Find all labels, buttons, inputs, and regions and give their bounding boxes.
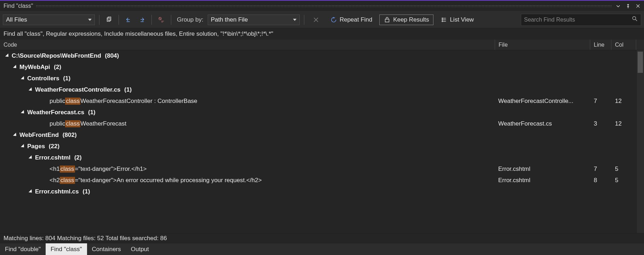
svg-rect-12	[385, 19, 389, 22]
search-summary: Find all "class", Regular expressions, I…	[0, 28, 644, 40]
result-line: 8	[590, 177, 611, 184]
match-highlight: class	[65, 98, 80, 105]
expand-icon[interactable]	[21, 76, 25, 81]
svg-line-9	[159, 17, 161, 19]
expand-icon[interactable]	[21, 110, 25, 115]
svg-rect-2	[107, 18, 110, 21]
bottom-tabs: Find "double" Find "class" Containers Ou…	[0, 243, 644, 255]
result-row[interactable]: <h2 class="text-danger">An error occurre…	[0, 175, 636, 186]
tab-find-double[interactable]: Find "double"	[0, 243, 46, 255]
column-scroll-gutter	[636, 40, 644, 50]
tab-output[interactable]: Output	[126, 243, 154, 255]
results-tree[interactable]: C:\Source\Repos\WebFrontEnd (804) MyWebA…	[0, 50, 636, 233]
copy-icon[interactable]	[104, 15, 114, 25]
column-line[interactable]: Line	[590, 40, 611, 50]
svg-point-17	[633, 17, 636, 20]
column-code[interactable]: Code	[0, 40, 495, 50]
window-title: Find "class"	[4, 3, 33, 9]
separator	[99, 15, 99, 25]
titlebar-grip[interactable]	[36, 5, 611, 7]
expand-icon[interactable]	[29, 87, 33, 92]
keep-results-button[interactable]: Keep Results	[379, 15, 433, 25]
chevron-down-icon	[293, 19, 297, 21]
cancel-search-icon	[309, 15, 323, 25]
close-icon[interactable]	[634, 2, 642, 10]
vertical-scrollbar[interactable]	[636, 50, 644, 233]
search-results-box[interactable]	[521, 14, 641, 26]
group-row[interactable]: Error.cshtml (2)	[0, 152, 636, 163]
search-input[interactable]	[524, 17, 632, 23]
expand-icon[interactable]	[21, 144, 25, 149]
group-row[interactable]: Error.cshtml.cs (1)	[0, 186, 636, 197]
chevron-down-icon	[88, 19, 92, 21]
result-file: WeatherForecastControlle...	[495, 98, 590, 105]
separator	[119, 15, 119, 25]
find-results-window: Find "class" All Files	[0, 0, 644, 255]
previous-result-icon[interactable]	[123, 15, 134, 25]
expand-icon[interactable]	[13, 65, 18, 69]
group-row[interactable]: MyWebApi (2)	[0, 62, 636, 73]
repeat-find-label: Repeat Find	[340, 16, 373, 23]
group-row[interactable]: WebFrontEnd (802)	[0, 129, 636, 141]
match-highlight: class	[60, 177, 75, 184]
result-col: 12	[611, 98, 636, 105]
group-row[interactable]: Controllers (1)	[0, 73, 636, 84]
separator	[171, 15, 171, 25]
expand-icon[interactable]	[13, 133, 18, 137]
column-file[interactable]: File	[495, 40, 590, 50]
status-bar: Matching lines: 804 Matching files: 52 T…	[0, 233, 644, 243]
search-icon[interactable]	[632, 16, 638, 24]
result-file: Error.cshtml	[495, 166, 590, 173]
result-row[interactable]: public class WeatherForecast WeatherFore…	[0, 118, 636, 129]
column-col[interactable]: Col	[611, 40, 636, 50]
result-col: 12	[611, 120, 636, 127]
match-highlight: class	[65, 120, 80, 127]
repeat-find-button[interactable]: Repeat Find	[326, 15, 377, 25]
match-highlight: class	[60, 166, 75, 173]
list-view-label: List View	[450, 16, 474, 23]
group-by-label: Group by:	[176, 16, 205, 23]
result-col: 5	[611, 166, 636, 173]
result-line: 7	[590, 98, 611, 105]
separator	[304, 15, 304, 25]
group-by-dropdown[interactable]: Path then File	[208, 15, 300, 25]
svg-rect-3	[108, 17, 111, 20]
clear-filters-icon[interactable]	[156, 15, 167, 25]
result-line: 7	[590, 166, 611, 173]
expand-icon[interactable]	[29, 189, 33, 194]
result-col: 5	[611, 177, 636, 184]
result-row[interactable]: public class WeatherForecastController :…	[0, 95, 636, 107]
separator	[151, 15, 152, 25]
expand-icon[interactable]	[29, 155, 33, 160]
keep-results-label: Keep Results	[393, 16, 429, 23]
window-controls	[614, 2, 642, 10]
result-line: 3	[590, 120, 611, 127]
pin-icon[interactable]	[624, 2, 632, 10]
scope-dropdown-label: All Files	[6, 16, 27, 23]
titlebar: Find "class"	[0, 1, 644, 11]
tab-containers[interactable]: Containers	[87, 243, 126, 255]
results-column-header: Code File Line Col	[0, 40, 644, 50]
tab-find-class[interactable]: Find "class"	[46, 243, 87, 255]
results-area: C:\Source\Repos\WebFrontEnd (804) MyWebA…	[0, 50, 644, 233]
svg-line-18	[636, 19, 637, 21]
group-row[interactable]: WeatherForecast.cs (1)	[0, 107, 636, 118]
scope-dropdown[interactable]: All Files	[3, 15, 95, 25]
group-row[interactable]: C:\Source\Repos\WebFrontEnd (804)	[0, 50, 636, 62]
list-view-button[interactable]: List View	[436, 15, 478, 25]
toolbar: All Files Group by: Path then File	[0, 11, 644, 28]
result-row[interactable]: <h1 class="text-danger">Error.</h1> Erro…	[0, 163, 636, 175]
group-row[interactable]: Pages (22)	[0, 141, 636, 152]
scrollbar-thumb[interactable]	[638, 52, 643, 73]
expand-icon[interactable]	[5, 53, 10, 58]
result-file: Error.cshtml	[495, 177, 590, 184]
window-options-icon[interactable]	[614, 2, 622, 10]
next-result-icon[interactable]	[137, 15, 147, 25]
result-file: WeatherForecast.cs	[495, 120, 590, 127]
group-by-value: Path then File	[211, 16, 248, 23]
group-row[interactable]: WeatherForecastController.cs (1)	[0, 84, 636, 95]
